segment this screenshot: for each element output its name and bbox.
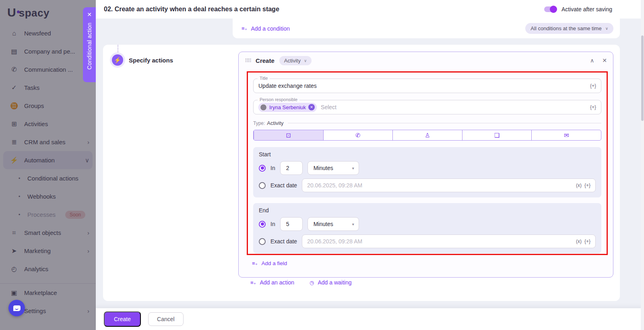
person-responsible-field[interactable]: Person responsible Iryna Serbeniuk ✕ Sel… bbox=[253, 100, 601, 114]
insert-field-icon[interactable]: {+} bbox=[590, 104, 596, 110]
activity-type-dropdown[interactable]: Activity ∨ bbox=[279, 56, 312, 65]
list-plus-icon: ≡₊ bbox=[242, 25, 247, 31]
exact-date-row: Exact date 20.06.2025, 09:28 AM (x) {+} bbox=[259, 178, 596, 192]
activity-type-value: Activity bbox=[284, 58, 301, 64]
in-radio[interactable] bbox=[259, 165, 266, 172]
exact-date-radio[interactable] bbox=[259, 238, 266, 245]
add-condition-button[interactable]: ≡₊ Add a condition bbox=[242, 25, 290, 32]
caret-down-icon: ▾ bbox=[352, 166, 354, 170]
avatar bbox=[260, 104, 267, 111]
close-card-button[interactable]: ✕ bbox=[602, 57, 607, 64]
action-links-row: ≡₊ Add an action ◷ Add a waiting bbox=[250, 279, 351, 286]
title-field[interactable]: Title Update exchange rates {+} bbox=[253, 79, 601, 93]
type-value: Activity bbox=[267, 120, 283, 126]
schedule-section-title: End bbox=[259, 207, 596, 214]
lightning-icon: ⚡ bbox=[114, 57, 121, 63]
conditional-action-tab[interactable]: ✕ Conditional action bbox=[83, 7, 96, 82]
calendar-activity-icon: ⊡ bbox=[286, 132, 291, 139]
specify-actions-step-icon: ⚡ bbox=[112, 54, 123, 66]
exact-date-radio[interactable] bbox=[259, 182, 266, 189]
drag-handle-icon[interactable]: ⠿⠿ bbox=[245, 58, 251, 64]
add-waiting-label: Add a waiting bbox=[318, 279, 351, 286]
insert-field-icon[interactable]: {+} bbox=[584, 183, 590, 188]
field-tokens: (x) {+} bbox=[576, 239, 590, 244]
person-chip: Iryna Serbeniuk ✕ bbox=[258, 103, 317, 112]
insert-field-icon[interactable]: {+} bbox=[584, 239, 590, 244]
step-connector-line bbox=[118, 45, 118, 53]
scrollbar[interactable] bbox=[641, 0, 644, 330]
schedule-section: End In 5 Minutes ▾ bbox=[253, 203, 601, 253]
highlighted-fields-region: Title Update exchange rates {+} Person r… bbox=[247, 71, 608, 255]
add-action-button[interactable]: ≡₊ Add an action bbox=[250, 279, 294, 286]
in-value-input[interactable]: 2 bbox=[280, 161, 303, 175]
chevron-down-icon: ∨ bbox=[605, 26, 608, 31]
activate-toggle-label: Activate after saving bbox=[561, 6, 612, 12]
in-label: In bbox=[270, 221, 275, 227]
unit-select-value: Minutes bbox=[314, 165, 333, 171]
clock-icon: ◷ bbox=[310, 280, 314, 286]
in-value-input[interactable]: 5 bbox=[280, 217, 303, 231]
conditions-mode-label: All conditions at the same time bbox=[530, 25, 601, 31]
title-field-label: Title bbox=[258, 76, 270, 81]
exact-date-placeholder: 20.06.2025, 09:28 AM bbox=[307, 182, 362, 189]
add-action-label: Add an action bbox=[260, 279, 294, 286]
add-field-button[interactable]: ≡₊ Add a field bbox=[252, 260, 287, 266]
chevron-down-icon: ∨ bbox=[304, 58, 307, 63]
insert-variable-icon[interactable]: (x) bbox=[576, 183, 582, 188]
chat-fab-button[interactable] bbox=[8, 300, 25, 316]
scrollbar-thumb[interactable] bbox=[641, 35, 644, 121]
schedule-section: Start In 2 Minutes ▾ bbox=[253, 147, 601, 197]
toggle-knob bbox=[550, 6, 557, 13]
list-plus-icon: ≡₊ bbox=[250, 280, 256, 286]
conditions-card: ≡₊ Add a condition All conditions at the… bbox=[233, 19, 620, 38]
exact-date-placeholder: 20.06.2025, 09:28 AM bbox=[307, 238, 362, 245]
unit-select[interactable]: Minutes ▾ bbox=[308, 161, 359, 175]
close-icon[interactable]: ✕ bbox=[87, 12, 92, 17]
activity-type-tab[interactable]: ✉ bbox=[531, 130, 601, 140]
type-label: Type: bbox=[253, 120, 265, 126]
person-field-label: Person responsible bbox=[258, 97, 299, 102]
list-plus-icon: ≡₊ bbox=[252, 260, 258, 266]
exact-date-input[interactable]: 20.06.2025, 09:28 AM (x) {+} bbox=[302, 235, 596, 248]
conditional-action-tab-label: Conditional action bbox=[86, 23, 93, 70]
exact-date-label: Exact date bbox=[270, 182, 297, 189]
page-title: 02. Create an activity when a deal reach… bbox=[104, 6, 279, 13]
remove-person-icon[interactable]: ✕ bbox=[308, 104, 315, 110]
drawer-header: 02. Create an activity when a deal reach… bbox=[96, 0, 644, 19]
exact-date-input[interactable]: 20.06.2025, 09:28 AM (x) {+} bbox=[302, 178, 596, 192]
specify-actions-label: Specify actions bbox=[129, 57, 173, 64]
sidebar-dim-overlay[interactable] bbox=[0, 0, 96, 330]
exact-date-label: Exact date bbox=[270, 238, 297, 245]
add-waiting-button[interactable]: ◷ Add a waiting bbox=[310, 279, 351, 286]
activity-type-tab[interactable]: ✆ bbox=[323, 130, 393, 140]
add-field-label: Add a field bbox=[261, 260, 287, 266]
unit-select[interactable]: Minutes ▾ bbox=[308, 217, 359, 231]
in-row: In 2 Minutes ▾ bbox=[259, 161, 596, 175]
activity-type-tab[interactable]: ❏ bbox=[462, 130, 532, 140]
actions-panel: ⚡ Specify actions ⠿⠿ Create Activity ∨ ∧… bbox=[103, 45, 620, 301]
email-icon: ✉ bbox=[564, 132, 569, 139]
cancel-button[interactable]: Cancel bbox=[148, 312, 184, 326]
meeting-icon: ♙ bbox=[425, 132, 430, 139]
caret-down-icon: ▾ bbox=[352, 222, 354, 226]
activity-type-tab[interactable]: ♙ bbox=[392, 130, 462, 140]
person-select-placeholder: Select bbox=[321, 104, 336, 110]
in-radio[interactable] bbox=[259, 221, 266, 228]
activate-toggle-wrap: Activate after saving bbox=[544, 0, 612, 19]
type-row: Type: Activity bbox=[253, 120, 601, 126]
schedule-section-title: Start bbox=[259, 151, 596, 158]
insert-variable-icon[interactable]: (x) bbox=[576, 239, 582, 244]
drawer-footer: Create Cancel bbox=[96, 308, 644, 330]
app-window: U spacy ⌂ Newsfeed ▤ Company and pe... ›… bbox=[0, 0, 644, 330]
action-card-header: ⠿⠿ Create Activity ∨ ∧ ✕ bbox=[239, 52, 613, 69]
activate-after-saving-toggle[interactable] bbox=[544, 6, 556, 12]
collapse-card-button[interactable]: ∧ bbox=[590, 57, 594, 64]
conditions-mode-dropdown[interactable]: All conditions at the same time ∨ bbox=[525, 23, 613, 34]
in-label: In bbox=[270, 165, 275, 171]
action-create-label: Create bbox=[256, 57, 275, 64]
create-button[interactable]: Create bbox=[104, 311, 141, 327]
activity-type-tab[interactable]: ⊡ bbox=[254, 130, 323, 140]
insert-field-icon[interactable]: {+} bbox=[590, 83, 596, 89]
create-activity-action-card: ⠿⠿ Create Activity ∨ ∧ ✕ Title Update ex… bbox=[238, 52, 613, 278]
person-chip-name: Iryna Serbeniuk bbox=[269, 104, 306, 110]
